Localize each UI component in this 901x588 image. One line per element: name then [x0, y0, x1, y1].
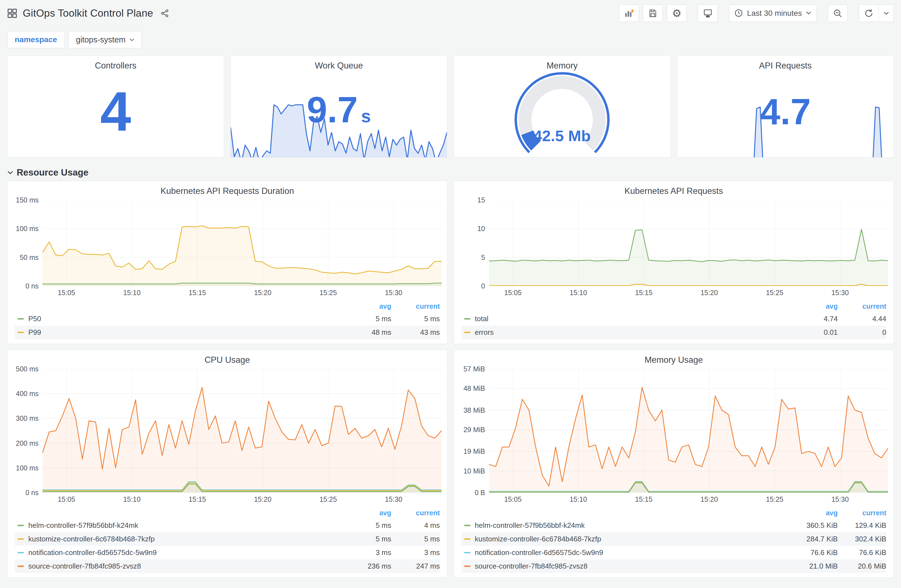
y-tick-label: 29 MiB [463, 426, 485, 434]
legend-row: notification-controller-6d56575dc-5w9n93… [15, 546, 440, 559]
legend-row: notification-controller-6d56575dc-5w9n97… [461, 546, 887, 559]
plot[interactable] [42, 369, 442, 493]
tv-mode-button[interactable] [698, 5, 718, 22]
series-name[interactable]: kustomize-controller-6c6784b468-7kzfp [28, 535, 347, 543]
series-color-swatch[interactable] [464, 538, 471, 540]
series-current-value: 302.4 KiB [838, 535, 886, 543]
y-tick-label: 0 [481, 282, 485, 290]
share-icon[interactable] [161, 9, 169, 18]
plot[interactable] [489, 369, 888, 493]
add-panel-button[interactable] [619, 5, 639, 22]
series-name[interactable]: kustomize-controller-6c6784b468-7kzfp [475, 535, 793, 543]
settings-button[interactable]: ⚙ [667, 5, 687, 22]
legend-sort-avg[interactable]: avg [347, 302, 391, 310]
plot[interactable] [42, 200, 442, 286]
gear-icon: ⚙ [672, 8, 681, 19]
y-tick-label: 400 ms [16, 390, 39, 398]
namespace-variable-label: namespace [7, 31, 65, 48]
x-tick-label: 15:30 [831, 495, 849, 503]
y-tick-label: 48 MiB [463, 384, 485, 392]
series-color-swatch[interactable] [17, 332, 24, 333]
series-name[interactable]: errors [475, 328, 793, 337]
plot[interactable] [489, 200, 888, 286]
x-axis: 15:0515:1015:1515:2015:2515:30 [489, 286, 888, 300]
y-axis: 151050 [456, 200, 489, 286]
series-avg-value: 236 ms [347, 562, 391, 571]
series-color-swatch[interactable] [464, 332, 471, 333]
panel-title: Memory [454, 56, 670, 71]
legend-header: avgcurrent [461, 300, 887, 312]
series-name[interactable]: helm-controller-57f9b56bbf-k24mk [28, 521, 347, 530]
y-axis: 500 ms400 ms300 ms200 ms100 ms0 ns [10, 369, 42, 493]
y-axis: 150 ms100 ms50 ms0 ns [10, 200, 42, 286]
series-color-swatch[interactable] [464, 525, 471, 526]
panel-title: CPU Usage [8, 350, 447, 365]
series-color-swatch[interactable] [464, 552, 471, 553]
series-avg-value: 21.0 MiB [793, 562, 838, 571]
series-name[interactable]: source-controller-7fb84fc985-zvsz8 [475, 562, 793, 571]
refresh-button[interactable] [859, 5, 879, 22]
series-color-swatch[interactable] [464, 318, 471, 319]
time-range-picker[interactable]: Last 30 minutes [729, 5, 817, 22]
y-tick-label: 15 [477, 196, 485, 204]
legend-row: P9948 ms43 ms [15, 326, 440, 339]
x-axis: 15:0515:1015:1515:2015:2515:30 [42, 493, 442, 506]
refresh-interval-dropdown[interactable] [879, 5, 894, 22]
api-requests-panel: API Requests 4.7 [677, 56, 894, 157]
dashboard-variables: namespace gitops-system [7, 31, 894, 48]
series-name[interactable]: P99 [28, 328, 347, 337]
y-tick-label: 0 ns [25, 489, 39, 497]
k8s-api-requests-duration-panel: Kubernetes API Requests Duration 150 ms1… [7, 181, 447, 344]
legend-sort-avg[interactable]: avg [793, 509, 838, 517]
dashboard-grid-icon[interactable] [7, 8, 17, 18]
legend-sort-current[interactable]: current [391, 302, 440, 310]
series-color-swatch[interactable] [17, 552, 24, 553]
chevron-down-icon [129, 38, 134, 42]
save-dashboard-button[interactable] [643, 5, 663, 22]
namespace-variable-select[interactable]: gitops-system [69, 31, 142, 48]
series-avg-value: 4.74 [793, 314, 838, 323]
work-queue-panel: Work Queue 9.7s [231, 56, 447, 157]
y-tick-label: 0 B [475, 489, 485, 497]
y-tick-label: 200 ms [16, 439, 39, 447]
series-color-swatch[interactable] [17, 318, 24, 319]
series-name[interactable]: notification-controller-6d56575dc-5w9n9 [475, 548, 793, 557]
legend-sort-current[interactable]: current [838, 302, 886, 310]
x-axis: 15:0515:1015:1515:2015:2515:30 [489, 493, 888, 506]
x-tick-label: 15:10 [123, 495, 141, 503]
series-color-swatch[interactable] [17, 566, 24, 567]
memory-gauge: 42.5 Mb [454, 71, 670, 155]
k8s-api-requests-panel: Kubernetes API Requests 151050 15:0515:1… [454, 181, 894, 344]
zoom-out-button[interactable] [828, 5, 848, 22]
series-name[interactable]: total [475, 314, 793, 323]
series-name[interactable]: P50 [28, 314, 347, 323]
clock-icon [734, 9, 743, 18]
chevron-down-icon [7, 171, 13, 175]
panel-title: Controllers [8, 56, 224, 71]
series-name[interactable]: notification-controller-6d56575dc-5w9n9 [28, 548, 347, 557]
time-range-label: Last 30 minutes [747, 9, 802, 18]
series-name[interactable]: source-controller-7fb84fc985-zvsz8 [28, 562, 347, 571]
series-avg-value: 76.6 KiB [793, 548, 838, 557]
series-color-swatch[interactable] [17, 538, 24, 540]
resource-usage-row-toggle[interactable]: Resource Usage [7, 165, 894, 180]
y-tick-label: 19 MiB [463, 447, 485, 456]
series-current-value: 20.6 MiB [838, 562, 886, 571]
legend-header: avgcurrent [15, 300, 440, 312]
legend-row: kustomize-controller-6c6784b468-7kzfp284… [461, 532, 887, 546]
legend-sort-avg[interactable]: avg [347, 509, 391, 517]
series-avg-value: 0.01 [793, 328, 838, 337]
y-tick-label: 50 ms [20, 253, 39, 261]
legend-sort-current[interactable]: current [838, 509, 886, 517]
series-current-value: 43 ms [391, 328, 440, 337]
legend-sort-current[interactable]: current [391, 509, 440, 517]
y-tick-label: 150 ms [16, 196, 39, 204]
y-tick-label: 10 MiB [463, 467, 485, 475]
legend-sort-avg[interactable]: avg [793, 302, 838, 310]
series-name[interactable]: helm-controller-57f9b56bbf-k24mk [475, 521, 793, 530]
x-tick-label: 15:20 [701, 289, 718, 297]
series-color-swatch[interactable] [464, 566, 471, 567]
legend-row: errors0.010 [461, 326, 887, 339]
series-color-swatch[interactable] [17, 525, 24, 526]
series-avg-value: 5 ms [347, 535, 391, 543]
